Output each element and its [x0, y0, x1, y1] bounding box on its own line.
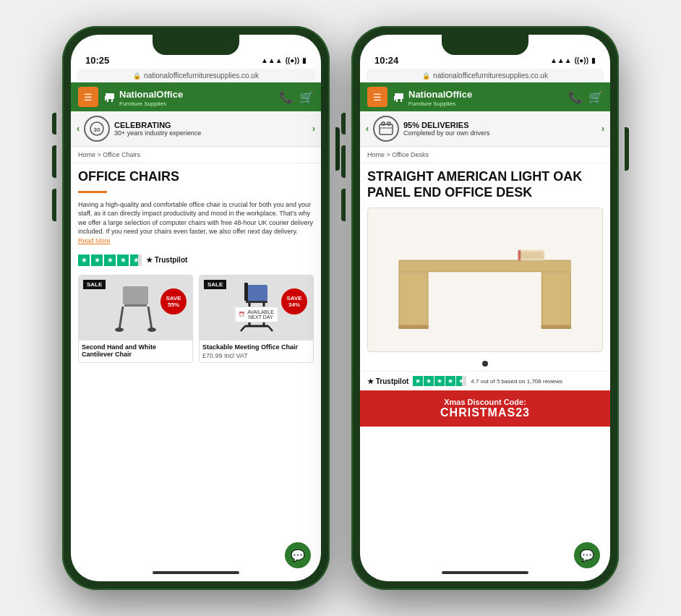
clock-icon: ⏰	[239, 312, 245, 317]
phone-volume-up-button	[52, 145, 56, 178]
logo-2[interactable]: NationalOffice Furniture Supplies	[392, 87, 564, 107]
title-underline	[78, 191, 107, 193]
svg-rect-13	[244, 283, 248, 301]
search-button-2[interactable]: ☰	[367, 87, 387, 107]
banner-icon: 30	[84, 116, 110, 142]
home-indicator	[153, 571, 239, 574]
banner-title-2: 95% DELIVERIES	[403, 121, 597, 129]
banner2-next-arrow[interactable]: ›	[601, 124, 604, 134]
sale-badge-2: SALE	[204, 280, 226, 289]
product-card-2[interactable]: SALE SAVE 34%	[199, 275, 314, 363]
phone2-power-button	[625, 127, 629, 171]
logo-text: NationalOffice	[119, 89, 183, 100]
desk-svg	[385, 219, 584, 341]
url-text: nationalofficefurnituresupplies.co.uk	[144, 72, 259, 80]
banner-subtitle-2: Completed by our own drivers	[403, 129, 597, 137]
trustpilot-row-2: ★ Trustpilot ★ ★ ★ ★ ★ 4.7 out of 5 base…	[360, 371, 610, 390]
page-description: Having a high-quality and comfortable of…	[71, 196, 321, 250]
tp-stars-2: ★ ★ ★ ★ ★	[413, 376, 466, 386]
phone-mute-button	[52, 113, 56, 134]
tp-star-3: ★	[434, 376, 445, 386]
cart-icon-2[interactable]: 🛒	[588, 90, 603, 104]
svg-line-19	[268, 326, 273, 331]
cart-icon[interactable]: 🛒	[299, 90, 314, 104]
page-title-2: STRAIGHT AMERICAN LIGHT OAK PANEL END OF…	[360, 163, 610, 203]
search-button[interactable]: ☰	[78, 87, 98, 107]
banner-content: CELEBRATING 30+ years industry experienc…	[114, 121, 308, 137]
signal-icon-2: ▲▲▲	[550, 56, 572, 64]
svg-text:30: 30	[94, 127, 100, 133]
svg-rect-31	[400, 273, 427, 327]
url-text-2: nationalofficefurnituresupplies.co.uk	[433, 72, 548, 80]
svg-rect-6	[123, 286, 148, 304]
promo-banner[interactable]: ‹ 30 CELEBRATING 30+ years industry expe…	[71, 111, 321, 147]
product-price-2: £70.99 Incl VAT	[200, 352, 313, 362]
status-icons: ▲▲▲ ((●)) ▮	[261, 56, 307, 64]
next-day-text: AVAILABLENEXT DAY	[247, 309, 274, 320]
banner-prev-arrow[interactable]: ‹	[77, 124, 80, 134]
xmas-discount-banner[interactable]: Xmas Discount Code: CHRISTMAS23	[360, 390, 610, 427]
logo-text-2: NationalOffice	[408, 89, 472, 100]
lock-icon-2: 🔒	[422, 72, 430, 80]
star-2: ★	[91, 254, 103, 266]
svg-rect-22	[401, 99, 402, 102]
notch	[153, 35, 239, 55]
save-pct-2: 34%	[288, 301, 300, 308]
svg-rect-12	[246, 285, 267, 301]
svg-rect-21	[396, 99, 398, 102]
tp-star-1: ★	[413, 376, 423, 386]
sale-badge-1: SALE	[83, 280, 106, 289]
save-label-2: SAVE	[286, 295, 301, 301]
search-icon-2: ☰	[373, 92, 382, 103]
phone2-volume-up-button	[341, 145, 346, 178]
phone-icon[interactable]: 📞	[279, 90, 294, 104]
image-carousel-dots	[360, 356, 610, 371]
battery-icon-2: ▮	[591, 56, 596, 64]
site-header-2: ☰ NationalOffice Furniture Supplies	[360, 82, 610, 111]
phone-power-button	[335, 127, 340, 171]
svg-rect-34	[399, 325, 429, 330]
svg-rect-14	[246, 301, 267, 303]
chat-bubble-2[interactable]: 💬	[574, 542, 600, 568]
status-icons-2: ▲▲▲ ((●)) ▮	[550, 56, 596, 64]
logo-subtext-2: Furniture Supplies	[408, 100, 472, 107]
trustpilot-logo-2: ★ Trustpilot	[367, 377, 408, 385]
home-indicator-2	[442, 571, 528, 574]
banner-title: CELEBRATING	[114, 121, 308, 129]
banner-icon-2	[373, 116, 399, 142]
star-3: ★	[104, 254, 116, 266]
banner-content-2: 95% DELIVERIES Completed by our own driv…	[403, 121, 597, 137]
notch-2	[442, 35, 528, 55]
chair-icon-1	[108, 279, 163, 337]
page-title: OFFICE CHAIRS	[71, 163, 321, 188]
wifi-icon: ((●))	[286, 56, 299, 64]
product-card-1[interactable]: SALE SAVE 55%	[78, 275, 193, 363]
banner2-prev-arrow[interactable]: ‹	[366, 124, 369, 134]
trustpilot-stars: ★ ★ ★ ★ ★	[78, 254, 142, 266]
trustpilot-rating-text: 4.7 out of 5 based on 1,708 reviews	[471, 378, 562, 385]
breadcrumb-text-2: Home > Office Desks	[367, 151, 429, 158]
lock-icon: 🔒	[133, 72, 141, 80]
breadcrumb: Home > Office Chairs	[71, 147, 321, 163]
url-bar-2[interactable]: 🔒 nationalofficefurnituresupplies.co.uk	[366, 69, 604, 82]
logo[interactable]: NationalOffice Furniture Supplies	[103, 87, 275, 107]
status-time: 10:25	[85, 55, 109, 66]
breadcrumb-text: Home > Office Chairs	[78, 151, 140, 158]
signal-icon: ▲▲▲	[261, 56, 283, 64]
promo-banner-2[interactable]: ‹ 95% DELIVERIES Completed by our own dr…	[360, 111, 610, 147]
tp-star-5: ★	[456, 376, 466, 386]
header-icons-2: 📞 🛒	[568, 90, 603, 104]
phone-icon-2[interactable]: 📞	[568, 90, 583, 104]
logo-chair-icon-2	[392, 91, 406, 103]
desk-product-image	[367, 208, 603, 352]
star-1: ★	[78, 254, 90, 266]
xmas-label: Xmas Discount Code:	[367, 398, 603, 406]
url-bar[interactable]: 🔒 nationalofficefurnituresupplies.co.uk	[77, 69, 315, 82]
banner-next-arrow[interactable]: ›	[312, 124, 315, 134]
svg-line-18	[241, 326, 245, 331]
chat-bubble[interactable]: 💬	[285, 542, 311, 568]
phone2-mute-button	[341, 113, 346, 134]
dot-1[interactable]	[482, 361, 488, 367]
svg-rect-26	[387, 122, 390, 125]
read-more-link[interactable]: Read More	[78, 237, 111, 244]
